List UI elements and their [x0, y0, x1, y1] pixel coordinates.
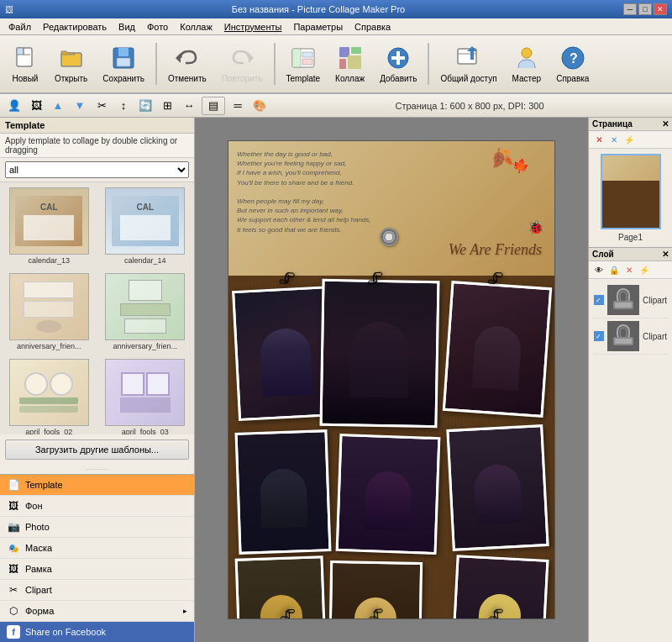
tool-btn-4[interactable]: ↕ [114, 97, 133, 115]
master-button[interactable]: Мастер [507, 39, 548, 88]
svg-rect-13 [351, 47, 361, 54]
maximize-button[interactable]: □ [638, 3, 652, 15]
clipart-nav-icon: ✂ [7, 583, 20, 597]
page-remove-btn[interactable]: ✕ [607, 133, 621, 146]
svg-rect-31 [615, 339, 632, 344]
menu-edit[interactable]: Редактировать [38, 20, 112, 34]
layer-add-btn[interactable]: ⚡ [638, 263, 651, 276]
menu-photo[interactable]: Фото [142, 20, 173, 34]
layer-thumb-1 [607, 285, 639, 315]
nav-shape[interactable]: ⬡ Форма ▸ [0, 601, 194, 622]
page-add-btn[interactable]: ✕ [592, 133, 606, 146]
layer-lock-btn[interactable]: 🔒 [607, 263, 621, 276]
nav-clipart[interactable]: ✂ Clipart [0, 580, 194, 601]
photo-frame-5[interactable] [336, 434, 441, 555]
tool-btn-8[interactable]: ▤ [202, 97, 225, 115]
nav-frame[interactable]: 🖼 Рамка [0, 559, 194, 580]
cd-decoration [380, 228, 398, 246]
template-name-cal14: calendar_14 [105, 256, 185, 265]
load-more-button[interactable]: Загрузить другие шаблоны... [5, 439, 189, 460]
tool-btn-3[interactable]: ✂ [92, 97, 111, 115]
down-arrow-btn[interactable]: ▼ [71, 97, 89, 115]
template-nav-icon: 📄 [7, 478, 20, 492]
layer-name-2: Clipart [643, 332, 667, 341]
layer-check-1[interactable]: ✓ [594, 295, 604, 305]
photo-frame-3[interactable] [443, 281, 553, 418]
photo-frame-4[interactable] [235, 429, 332, 555]
menu-params[interactable]: Параметры [288, 20, 348, 34]
undo-button[interactable]: Отменить [162, 39, 213, 88]
template-item[interactable]: april_fools_03 [100, 357, 192, 434]
template-icon [290, 45, 317, 71]
close-button[interactable]: ✕ [654, 3, 667, 15]
mask-nav-icon: 🎭 [7, 541, 20, 555]
filter-select[interactable]: all [5, 161, 189, 178]
redo-button[interactable]: Повторить [216, 39, 269, 88]
nav-background-label: Фон [25, 501, 43, 511]
right-panel: Страница ✕ ✕ ✕ ⚡ Page1 Слой [588, 118, 672, 642]
share-button[interactable]: Общий доступ [434, 39, 502, 88]
tool-btn-5[interactable]: 🔄 [136, 97, 155, 115]
photo-frame-2[interactable] [319, 279, 439, 428]
page-section-title: Страница ✕ [589, 118, 672, 131]
page-toolbar: ✕ ✕ ⚡ [589, 131, 672, 149]
binder-clip-4: 🖇 [279, 605, 296, 619]
template-item[interactable]: anniversary_frien... [100, 271, 192, 352]
layer-item-1[interactable]: ✓ Clipart [592, 282, 669, 318]
ladybug-decoration: 🐞 [528, 219, 544, 235]
menu-tools[interactable]: Инструменты [219, 20, 287, 34]
tool-btn-6[interactable]: ⊞ [158, 97, 176, 115]
minimize-button[interactable]: ─ [623, 3, 637, 15]
template-item[interactable]: CAL calendar_14 [100, 186, 192, 266]
up-arrow-btn[interactable]: ▲ [49, 97, 67, 115]
page-thumbnail[interactable] [601, 154, 661, 229]
svg-point-21 [522, 48, 532, 58]
layer-thumb-2 [607, 321, 639, 351]
tool-btn-7[interactable]: ↔ [180, 97, 198, 115]
nav-background[interactable]: 🖼 Фон [0, 496, 194, 517]
new-button[interactable]: Новый [5, 39, 45, 88]
binder-clip-5: 🖇 [366, 604, 385, 619]
binder-clip-6: 🖇 [486, 604, 504, 619]
page-section-close[interactable]: ✕ [662, 119, 669, 129]
svg-rect-5 [117, 58, 130, 66]
menu-file[interactable]: Файл [3, 20, 36, 34]
layer-delete-btn[interactable]: ✕ [622, 263, 636, 276]
svg-rect-12 [339, 47, 349, 57]
image-tool-btn[interactable]: 🖼 [27, 97, 45, 115]
person-icon[interactable]: 👤 [5, 97, 24, 115]
layer-section-close[interactable]: ✕ [662, 250, 669, 259]
template-name-cal13: calendar_13 [9, 256, 89, 265]
layer-item-2[interactable]: ✓ Clipart [592, 318, 669, 355]
layer-eye-btn[interactable]: 👁 [592, 263, 606, 276]
save-button[interactable]: Сохранить [97, 39, 150, 88]
layer-section-title: Слой ✕ [589, 248, 672, 261]
redo-label: Повторить [222, 74, 263, 83]
page-lightning-btn[interactable]: ⚡ [622, 133, 636, 146]
template-item[interactable]: CAL calendar_13 [3, 186, 95, 266]
menu-collage[interactable]: Коллаж [175, 20, 218, 34]
nav-template[interactable]: 📄 Template [0, 475, 194, 496]
nav-mask[interactable]: 🎭 Маска [0, 538, 194, 559]
facebook-bar[interactable]: f Share on Facebook [0, 622, 194, 642]
tool-btn-10[interactable]: 🎨 [250, 97, 269, 115]
sep2 [274, 43, 276, 85]
add-button[interactable]: Добавить [374, 39, 423, 88]
menu-help[interactable]: Справка [349, 20, 396, 34]
template-button[interactable]: Template [281, 39, 327, 88]
menu-view[interactable]: Вид [113, 20, 140, 34]
svg-rect-27 [615, 303, 632, 308]
collage-button[interactable]: Коллаж [329, 39, 370, 88]
layer-check-2[interactable]: ✓ [594, 331, 604, 341]
help-button[interactable]: ? Справка [550, 39, 595, 88]
template-item[interactable]: april_fools_02 [3, 357, 95, 434]
shape-nav-icon: ⬡ [7, 604, 20, 618]
template-item[interactable]: anniversary_frien... [3, 271, 95, 352]
collage-icon [337, 45, 364, 71]
save-icon [110, 45, 137, 71]
tool-btn-9[interactable]: ═ [228, 97, 247, 115]
photo-frame-6[interactable] [446, 424, 549, 551]
collage-canvas[interactable]: 🍂 🍁 Whether the day is good or bad, Whet… [228, 140, 555, 619]
nav-photo[interactable]: 📷 Photo [0, 517, 194, 538]
open-button[interactable]: Открыть [49, 39, 93, 88]
